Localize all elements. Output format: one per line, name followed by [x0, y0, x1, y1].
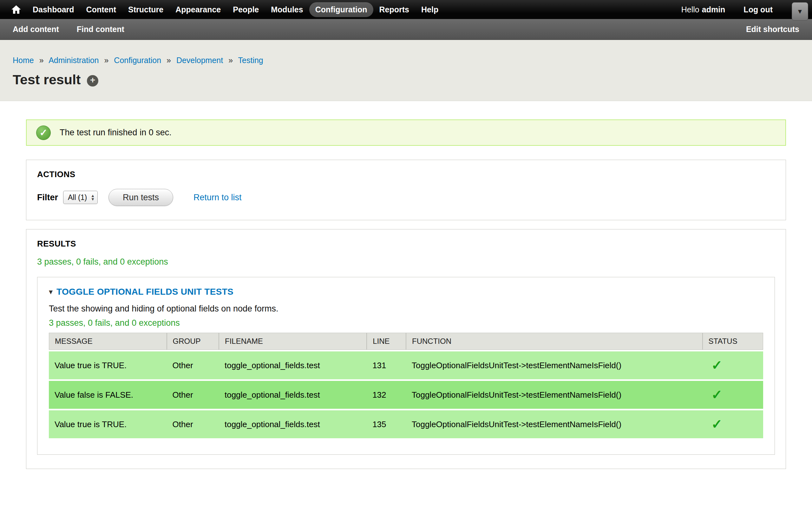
filter-label: Filter: [37, 193, 58, 203]
cell-line: 131: [367, 351, 406, 379]
status-text: The test run finished in 0 sec.: [60, 128, 171, 137]
user-greeting: Helloadmin: [681, 5, 725, 14]
pass-check-icon: ✓: [711, 417, 722, 432]
breadcrumb-link-home[interactable]: Home: [13, 56, 34, 65]
toolbar-item-modules[interactable]: Modules: [265, 2, 309, 17]
cell-function: ToggleOptionalFieldsUnitTest->testElemen…: [406, 410, 703, 438]
cell-filename: toggle_optional_fields.test: [219, 351, 367, 379]
col-header-function: FUNCTION: [406, 333, 703, 350]
select-spinner-icon: ▲ ▼: [91, 194, 95, 201]
breadcrumb-separator: »: [39, 56, 44, 65]
toolbar-item-appearance[interactable]: Appearance: [169, 2, 227, 17]
actions-row: Filter All (1) ▲ ▼ Run tests Return to l…: [37, 189, 775, 206]
toolbar-menu: Dashboard Content Structure Appearance P…: [27, 2, 444, 17]
edit-shortcuts-link[interactable]: Edit shortcuts: [746, 25, 799, 34]
check-glyph: ✓: [39, 128, 47, 137]
spinner-down-glyph: ▼: [91, 198, 95, 201]
cell-line: 132: [367, 381, 406, 409]
cell-group: Other: [167, 351, 219, 379]
toolbar-item-configuration[interactable]: Configuration: [309, 2, 373, 17]
admin-toolbar: Dashboard Content Structure Appearance P…: [0, 0, 812, 19]
breadcrumb-link-administration[interactable]: Administration: [49, 56, 99, 65]
actions-panel: ACTIONS Filter All (1) ▲ ▼ Run tests Ret…: [26, 160, 786, 220]
home-icon-glyph: [11, 5, 21, 14]
collapse-arrow-icon: ▾: [49, 288, 53, 296]
home-icon[interactable]: [8, 3, 25, 16]
cell-status: ✓: [703, 381, 763, 409]
test-group-title-text: TOGGLE OPTIONAL FIELDS UNIT TESTS: [56, 287, 234, 297]
results-legend: RESULTS: [37, 239, 775, 249]
cell-message: Value true is TRUE.: [49, 351, 167, 379]
cell-message: Value true is TRUE.: [49, 410, 167, 438]
results-summary: 3 passes, 0 fails, and 0 exceptions: [37, 257, 775, 267]
test-group-description: Test the showing and hiding of optional …: [49, 304, 763, 314]
page-title: Test result +: [13, 72, 799, 88]
find-content-link[interactable]: Find content: [77, 25, 124, 34]
cell-filename: toggle_optional_fields.test: [219, 410, 367, 438]
add-to-shortcuts-icon[interactable]: +: [87, 75, 98, 87]
toolbar-item-structure[interactable]: Structure: [122, 2, 169, 17]
filter-select[interactable]: All (1) ▲ ▼: [63, 191, 98, 204]
shortcut-bar: Add content Find content Edit shortcuts: [0, 19, 812, 40]
toolbar-item-reports[interactable]: Reports: [373, 2, 415, 17]
cell-status: ✓: [703, 351, 763, 379]
test-group-collapse-toggle[interactable]: ▾ TOGGLE OPTIONAL FIELDS UNIT TESTS: [49, 287, 763, 297]
page-title-text: Test result: [13, 72, 81, 88]
pass-check-icon: ✓: [711, 358, 722, 373]
cell-function: ToggleOptionalFieldsUnitTest->testElemen…: [406, 351, 703, 379]
breadcrumb-separator: »: [229, 56, 233, 65]
username: admin: [702, 5, 725, 14]
add-content-link[interactable]: Add content: [13, 25, 59, 34]
page-header: Home » Administration » Configuration » …: [0, 40, 812, 101]
cell-group: Other: [167, 381, 219, 409]
toolbar-item-help[interactable]: Help: [415, 2, 444, 17]
toolbar-item-dashboard[interactable]: Dashboard: [27, 2, 80, 17]
breadcrumb-separator: »: [166, 56, 171, 65]
cell-function: ToggleOptionalFieldsUnitTest->testElemen…: [406, 381, 703, 409]
col-header-message: MESSAGE: [49, 333, 167, 350]
cell-line: 135: [367, 410, 406, 438]
toolbar-toggle-button[interactable]: ▼: [792, 2, 808, 20]
table-row: Value true is TRUE. Other toggle_optiona…: [49, 351, 763, 379]
cell-filename: toggle_optional_fields.test: [219, 381, 367, 409]
breadcrumb: Home » Administration » Configuration » …: [13, 56, 799, 65]
pass-check-icon: ✓: [711, 387, 722, 402]
results-panel: RESULTS 3 passes, 0 fails, and 0 excepti…: [26, 229, 786, 469]
chevron-down-icon: ▼: [797, 8, 803, 14]
toolbar-user-area: Helloadmin Log out: [681, 5, 773, 14]
table-header-row: MESSAGE GROUP FILENAME LINE FUNCTION STA…: [49, 333, 763, 350]
test-group-fieldset: ▾ TOGGLE OPTIONAL FIELDS UNIT TESTS Test…: [37, 277, 775, 455]
test-group-summary: 3 passes, 0 fails, and 0 exceptions: [49, 318, 763, 328]
toolbar-item-people[interactable]: People: [227, 2, 265, 17]
col-header-line: LINE: [367, 333, 406, 350]
toolbar-item-content[interactable]: Content: [80, 2, 122, 17]
return-to-list-link[interactable]: Return to list: [194, 193, 242, 203]
breadcrumb-separator: »: [104, 56, 108, 65]
col-header-filename: FILENAME: [219, 333, 367, 350]
breadcrumb-link-configuration[interactable]: Configuration: [114, 56, 161, 65]
cell-status: ✓: [703, 410, 763, 438]
table-row: Value false is FALSE. Other toggle_optio…: [49, 381, 763, 409]
filter-select-value: All (1): [68, 193, 87, 202]
run-tests-button[interactable]: Run tests: [108, 189, 173, 206]
breadcrumb-link-development[interactable]: Development: [176, 56, 223, 65]
results-table: MESSAGE GROUP FILENAME LINE FUNCTION STA…: [49, 331, 763, 440]
table-row: Value true is TRUE. Other toggle_optiona…: [49, 410, 763, 438]
status-message: ✓ The test run finished in 0 sec.: [26, 119, 786, 146]
cell-message: Value false is FALSE.: [49, 381, 167, 409]
actions-legend: ACTIONS: [37, 170, 775, 179]
status-ok-icon: ✓: [36, 125, 51, 140]
logout-link[interactable]: Log out: [744, 5, 773, 14]
breadcrumb-link-testing[interactable]: Testing: [238, 56, 263, 65]
col-header-status: STATUS: [703, 333, 763, 350]
main-content: ✓ The test run finished in 0 sec. ACTION…: [0, 101, 812, 469]
plus-glyph: +: [90, 76, 95, 84]
cell-group: Other: [167, 410, 219, 438]
greeting-text: Hello: [681, 5, 699, 14]
col-header-group: GROUP: [167, 333, 219, 350]
